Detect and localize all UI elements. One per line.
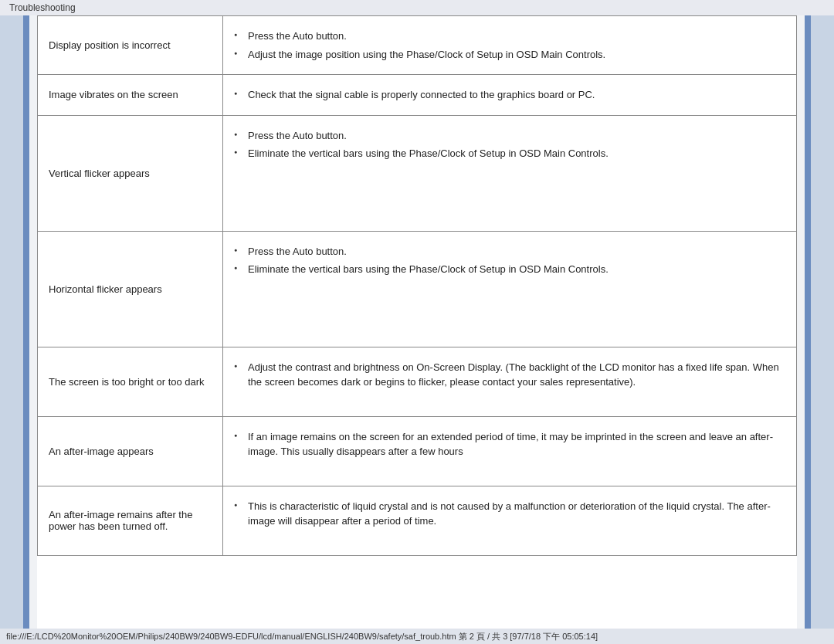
solutions-cell: This is characteristic of liquid crystal… bbox=[223, 486, 797, 555]
content-inner: Display position is incorrectPress the A… bbox=[37, 15, 797, 629]
sidebar-right-inner bbox=[811, 15, 834, 629]
solution-item: Adjust the contrast and brightness on On… bbox=[234, 358, 785, 391]
solutions-cell: Check that the signal cable is properly … bbox=[223, 75, 797, 116]
problem-cell: An after-image remains after the power h… bbox=[38, 486, 223, 555]
solution-item: Press the Auto button. bbox=[234, 242, 785, 261]
table-row: Vertical flicker appearsPress the Auto b… bbox=[38, 115, 797, 231]
solution-list: Check that the signal cable is properly … bbox=[234, 83, 785, 107]
problem-cell: An after-image appears bbox=[38, 416, 223, 486]
solution-list: This is characteristic of liquid crystal… bbox=[234, 494, 785, 534]
problem-cell: Display position is incorrect bbox=[38, 16, 223, 75]
solution-list: If an image remains on the screen for an… bbox=[234, 425, 785, 464]
solution-item: If an image remains on the screen for an… bbox=[234, 428, 785, 461]
problem-cell: Vertical flicker appears bbox=[38, 115, 223, 231]
solution-list: Press the Auto button.Eliminate the vert… bbox=[234, 239, 785, 282]
problem-cell: The screen is too bright or too dark bbox=[38, 347, 223, 416]
sidebar-left-inner bbox=[0, 15, 23, 629]
table-row: Display position is incorrectPress the A… bbox=[38, 16, 797, 75]
table-row: Image vibrates on the screenCheck that t… bbox=[38, 75, 797, 116]
page-title: Troubleshooting bbox=[0, 0, 834, 15]
solution-item: Check that the signal cable is properly … bbox=[234, 86, 785, 104]
solutions-cell: Press the Auto button.Eliminate the vert… bbox=[223, 231, 797, 347]
problem-cell: Horizontal flicker appears bbox=[38, 231, 223, 347]
solution-item: Eliminate the vertical bars using the Ph… bbox=[234, 260, 785, 279]
solution-item: Eliminate the vertical bars using the Ph… bbox=[234, 144, 785, 163]
solutions-cell: Press the Auto button.Eliminate the vert… bbox=[223, 115, 797, 231]
solutions-cell: Press the Auto button.Adjust the image p… bbox=[223, 16, 797, 75]
table-row: An after-image remains after the power h… bbox=[38, 486, 797, 555]
table-row: An after-image appearsIf an image remain… bbox=[38, 416, 797, 486]
solution-item: This is characteristic of liquid crystal… bbox=[234, 497, 785, 530]
solution-item: Press the Auto button. bbox=[234, 127, 785, 145]
solutions-cell: Adjust the contrast and brightness on On… bbox=[223, 347, 797, 416]
problem-cell: Image vibrates on the screen bbox=[38, 75, 223, 116]
sidebar-left bbox=[0, 15, 29, 629]
solution-list: Adjust the contrast and brightness on On… bbox=[234, 355, 785, 395]
solution-list: Press the Auto button.Adjust the image p… bbox=[234, 24, 785, 66]
content-area: Display position is incorrectPress the A… bbox=[29, 15, 805, 629]
solution-list: Press the Auto button.Eliminate the vert… bbox=[234, 124, 785, 166]
solution-item: Adjust the image position using the Phas… bbox=[234, 46, 785, 64]
troubleshoot-table: Display position is incorrectPress the A… bbox=[37, 15, 797, 556]
main-layout: Display position is incorrectPress the A… bbox=[0, 15, 834, 629]
solution-item: Press the Auto button. bbox=[234, 27, 785, 46]
status-bar: file:///E:/LCD%20Monitor%20OEM/Philips/2… bbox=[0, 629, 834, 644]
table-row: The screen is too bright or too darkAdju… bbox=[38, 347, 797, 416]
solutions-cell: If an image remains on the screen for an… bbox=[223, 416, 797, 486]
sidebar-right bbox=[805, 15, 834, 629]
table-row: Horizontal flicker appearsPress the Auto… bbox=[38, 231, 797, 347]
